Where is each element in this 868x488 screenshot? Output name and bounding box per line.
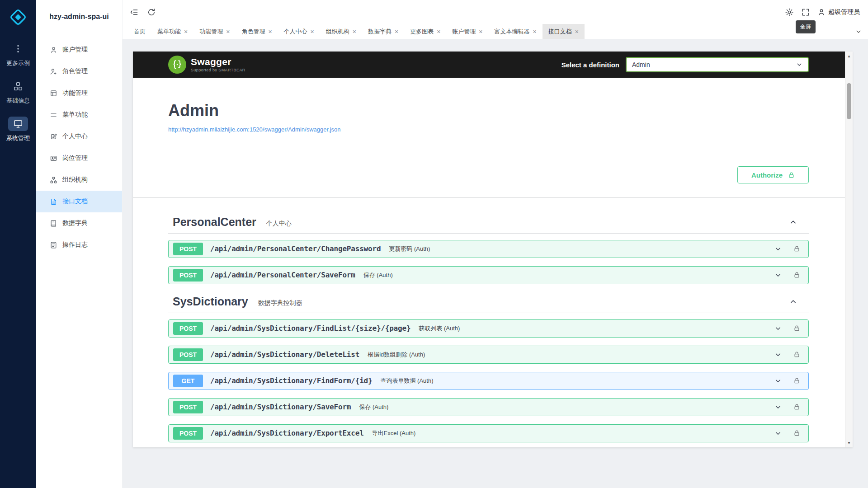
sidebar-item-label: 组织机构 bbox=[62, 176, 88, 184]
authorize-button[interactable]: Authorize bbox=[737, 166, 809, 183]
lock-icon[interactable] bbox=[793, 377, 800, 384]
close-icon[interactable]: × bbox=[533, 28, 537, 35]
chevron-down-icon[interactable] bbox=[774, 272, 782, 279]
chevron-down-icon[interactable] bbox=[774, 377, 782, 385]
fullscreen-icon[interactable] bbox=[801, 8, 810, 17]
chevron-down-icon[interactable] bbox=[774, 404, 782, 411]
role-icon bbox=[50, 68, 57, 75]
operation-row[interactable]: POST /api/admin/PersonalCenter/SaveForm … bbox=[168, 266, 809, 284]
sidebar-menu-item[interactable]: 数据字典 bbox=[36, 212, 122, 234]
sidebar-menu-item[interactable]: 操作日志 bbox=[36, 234, 122, 256]
tab[interactable]: 更多图表 × bbox=[404, 24, 446, 39]
badge-icon bbox=[50, 155, 57, 162]
sidebar-menu-item[interactable]: 接口文档 bbox=[36, 191, 122, 212]
tab[interactable]: 功能管理 × bbox=[193, 24, 236, 39]
op-method: POST bbox=[173, 322, 203, 335]
lock-icon[interactable] bbox=[793, 430, 800, 436]
tab-more-button[interactable] bbox=[849, 24, 868, 39]
rail-item-label: 基础信息 bbox=[6, 97, 30, 105]
tab[interactable]: 首页 bbox=[128, 24, 151, 39]
dots-icon bbox=[8, 42, 28, 56]
swagger-panel: Swagger Supported by SMARTBEAR Select a … bbox=[133, 52, 853, 447]
close-icon[interactable]: × bbox=[184, 28, 188, 35]
sidebar-menu-item[interactable]: 账户管理 bbox=[36, 39, 122, 61]
close-icon[interactable]: × bbox=[479, 28, 482, 35]
operation-row[interactable]: GET /api/admin/SysDictionary/FindForm/{i… bbox=[168, 372, 809, 390]
rail-item[interactable]: 更多示例 bbox=[2, 42, 34, 67]
sidebar-item-label: 数据字典 bbox=[62, 219, 88, 227]
swagger-brand: Swagger Supported by SMARTBEAR bbox=[168, 56, 245, 74]
refresh-icon[interactable] bbox=[147, 8, 156, 17]
chevron-down-icon bbox=[855, 28, 862, 35]
close-icon[interactable]: × bbox=[353, 28, 356, 35]
op-method: GET bbox=[173, 375, 203, 387]
section-header[interactable]: SysDictionary 数据字典控制器 bbox=[168, 292, 809, 313]
op-summary: 更新密码 (Auth) bbox=[389, 245, 430, 253]
user-menu[interactable]: 超级管理员 bbox=[817, 8, 860, 16]
lock-icon[interactable] bbox=[793, 325, 800, 332]
scrollbar-thumb[interactable] bbox=[847, 83, 851, 119]
tab[interactable]: 组织机构 × bbox=[320, 24, 362, 39]
chevron-down-icon[interactable] bbox=[774, 351, 782, 358]
scroll-down-arrow[interactable]: ▼ bbox=[845, 439, 853, 446]
edit-icon bbox=[50, 133, 57, 141]
log-icon bbox=[50, 241, 57, 249]
org-icon bbox=[50, 176, 57, 184]
op-path: /api/admin/SysDictionary/DeleteList bbox=[210, 350, 359, 359]
section-ops: POST /api/admin/PersonalCenter/ChangePas… bbox=[168, 240, 809, 284]
lock-icon[interactable] bbox=[793, 404, 800, 410]
chevron-down-icon[interactable] bbox=[774, 245, 782, 253]
secondary-sidebar: hzy-admin-spa-ui 账户管理 角色管理 功能管理 菜单功能 个人中… bbox=[36, 0, 123, 488]
operation-row[interactable]: POST /api/admin/SysDictionary/DeleteList… bbox=[168, 346, 809, 364]
chevron-down-icon[interactable] bbox=[774, 325, 782, 332]
tab[interactable]: 数据字典 × bbox=[362, 24, 404, 39]
sidebar-menu-item[interactable]: 角色管理 bbox=[36, 61, 122, 82]
sidebar-menu-item[interactable]: 菜单功能 bbox=[36, 104, 122, 126]
lock-icon[interactable] bbox=[793, 272, 800, 278]
swagger-scrollbar[interactable]: ▲ ▼ bbox=[845, 52, 853, 447]
section-header[interactable]: PersonalCenter 个人中心 bbox=[168, 213, 809, 234]
sidebar-item-label: 个人中心 bbox=[62, 132, 88, 141]
tab[interactable]: 个人中心 × bbox=[278, 24, 320, 39]
sidebar-menu-item[interactable]: 岗位管理 bbox=[36, 147, 122, 169]
op-path: /api/admin/SysDictionary/SaveForm bbox=[210, 403, 351, 411]
lock-icon[interactable] bbox=[793, 245, 800, 252]
close-icon[interactable]: × bbox=[226, 28, 230, 35]
close-icon[interactable]: × bbox=[575, 28, 579, 35]
op-path: /api/admin/PersonalCenter/SaveForm bbox=[210, 271, 355, 279]
operation-row[interactable]: POST /api/admin/SysDictionary/ExportExce… bbox=[168, 424, 809, 442]
topbar: 超级管理员 bbox=[123, 0, 868, 24]
rail-item[interactable]: 基础信息 bbox=[2, 79, 34, 105]
operation-row[interactable]: POST /api/admin/SysDictionary/FindList/{… bbox=[168, 319, 809, 338]
tab[interactable]: 角色管理 × bbox=[236, 24, 278, 39]
chevron-down-icon[interactable] bbox=[774, 430, 782, 437]
sidebar-item-label: 接口文档 bbox=[62, 197, 88, 206]
close-icon[interactable]: × bbox=[268, 28, 272, 35]
scroll-up-arrow[interactable]: ▲ bbox=[845, 52, 853, 60]
collapse-icon[interactable] bbox=[130, 8, 139, 17]
gear-icon[interactable] bbox=[785, 8, 794, 17]
sidebar-menu-item[interactable]: 个人中心 bbox=[36, 126, 122, 147]
spec-url-link[interactable]: http://hzyadmin.milaizhijie.com:1520/swa… bbox=[168, 126, 341, 133]
tab[interactable]: 账户管理 × bbox=[446, 24, 488, 39]
close-icon[interactable]: × bbox=[311, 28, 314, 35]
operation-row[interactable]: POST /api/admin/SysDictionary/SaveForm 保… bbox=[168, 398, 809, 416]
definition-picker: Select a definition Admin bbox=[561, 57, 809, 72]
sidebar-menu-item[interactable]: 功能管理 bbox=[36, 82, 122, 104]
close-icon[interactable]: × bbox=[395, 28, 398, 35]
chevron-up-icon[interactable] bbox=[789, 298, 797, 305]
chevron-up-icon[interactable] bbox=[789, 218, 797, 226]
sidebar-menu-item[interactable]: 组织机构 bbox=[36, 169, 122, 191]
rail-item[interactable]: 系统管理 bbox=[2, 117, 34, 142]
definition-select[interactable]: Admin bbox=[626, 57, 809, 72]
rail-item-label: 系统管理 bbox=[6, 134, 30, 142]
lock-icon[interactable] bbox=[793, 351, 800, 358]
rail-item-label: 更多示例 bbox=[6, 59, 30, 67]
tab[interactable]: 菜单功能 × bbox=[151, 24, 193, 39]
close-icon[interactable]: × bbox=[437, 28, 440, 35]
tab[interactable]: 富文本编辑器 × bbox=[489, 24, 542, 39]
tab[interactable]: 接口文档 × bbox=[542, 24, 585, 39]
op-summary: 保存 (Auth) bbox=[359, 403, 388, 411]
operation-row[interactable]: POST /api/admin/PersonalCenter/ChangePas… bbox=[168, 240, 809, 258]
user-icon bbox=[50, 46, 57, 54]
